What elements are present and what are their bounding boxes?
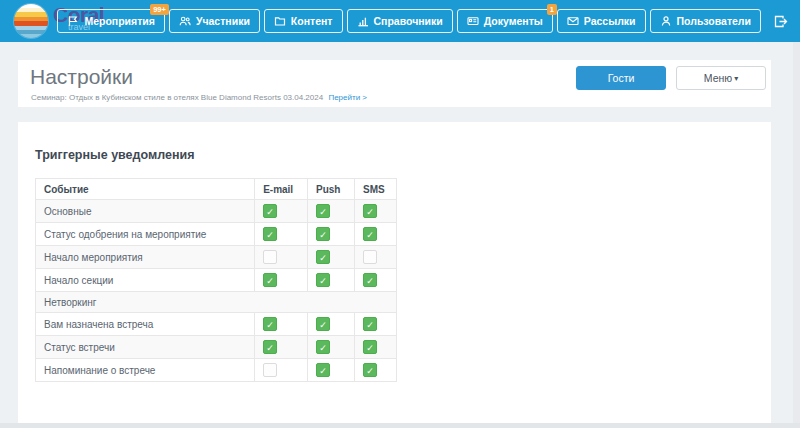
push-checkbox[interactable]: ✓ [316,204,330,218]
notifications-table: СобытиеE-mailPushSMS Основные✓✓✓Статус о… [35,178,397,382]
event-label: Вам назначена встреча [36,313,255,336]
main-nav: Мероприятия99+УчастникиКонтентСправочник… [57,9,788,33]
table-row: Основные✓✓✓ [36,200,397,223]
table-row: Статус одобрения на мероприятие✓✓✓ [36,223,397,246]
event-label: Напоминание о встрече [36,359,255,382]
horizontal-scrollbar[interactable] [0,423,800,428]
email-checkbox[interactable]: ✓ [263,227,277,241]
column-header: SMS [354,179,396,200]
notifications-section-title: Триггерные уведомления [35,148,754,162]
globe-icon [14,4,48,38]
sms-checkbox[interactable]: ✓ [363,363,377,377]
nav-button-content[interactable]: Контент [264,9,343,33]
event-label: Статус встречи [36,336,255,359]
email-checkbox[interactable] [263,250,277,264]
nav-button-label: Рассылки [584,15,636,27]
group-row-label: Нетворкинг [36,292,397,313]
nav-button-mailings[interactable]: Рассылки [557,9,646,33]
email-checkbox[interactable] [263,363,277,377]
sms-checkbox[interactable] [363,250,377,264]
breadcrumb: Семинар: Отдых в Кубинском стиле в отеля… [31,93,367,102]
email-checkbox[interactable]: ✓ [263,340,277,354]
table-row: Начало мероприятия✓ [36,246,397,269]
flag-icon [67,15,79,27]
table-row: Начало секции✓✓✓ [36,269,397,292]
table-row: Напоминание о встрече✓✓ [36,359,397,382]
event-label: Начало секции [36,269,255,292]
id-card-icon [467,15,479,27]
push-checkbox[interactable]: ✓ [316,317,330,331]
sms-checkbox[interactable]: ✓ [363,317,377,331]
menu-button[interactable]: Меню ▾ [676,66,766,90]
push-checkbox[interactable]: ✓ [316,250,330,264]
event-label: Основные [36,200,255,223]
logout-icon[interactable] [773,14,788,29]
push-checkbox[interactable]: ✓ [316,227,330,241]
push-checkbox[interactable]: ✓ [316,363,330,377]
nav-badge: 1 [547,4,557,15]
table-header-row: СобытиеE-mailPushSMS [36,179,397,200]
bar-chart-icon [357,15,369,27]
nav-button-label: Документы [484,15,543,27]
push-checkbox[interactable]: ✓ [316,273,330,287]
column-header: Push [308,179,355,200]
email-checkbox[interactable]: ✓ [263,204,277,218]
folder-icon [274,15,286,27]
column-header: E-mail [255,179,308,200]
chevron-down-icon: ▾ [734,74,738,83]
guests-button[interactable]: Гости [576,66,666,90]
nav-button-documents[interactable]: Документы1 [457,9,553,33]
sms-checkbox[interactable]: ✓ [363,273,377,287]
nav-button-label: Пользователи [677,15,751,27]
nav-badge: 99+ [150,4,169,15]
nav-button-directories[interactable]: Справочники [347,9,453,33]
event-subtitle: Семинар: Отдых в Кубинском стиле в отеля… [31,93,323,102]
table-row: Статус встречи✓✓✓ [36,336,397,359]
column-header: Событие [36,179,255,200]
nav-button-label: Мероприятия [84,15,154,27]
nav-button-label: Справочники [374,15,443,27]
sms-checkbox[interactable]: ✓ [363,340,377,354]
user-icon [660,15,672,27]
page-header-panel: Настройки Семинар: Отдых в Кубинском сти… [18,60,771,107]
nav-button-users[interactable]: Пользователи [650,9,761,33]
nav-button-events[interactable]: Мероприятия99+ [57,9,164,33]
vertical-scrollbar[interactable] [793,42,800,428]
email-checkbox[interactable]: ✓ [263,317,277,331]
settings-content: Триггерные уведомления СобытиеE-mailPush… [18,122,771,428]
envelope-icon [567,15,579,27]
event-label: Начало мероприятия [36,246,255,269]
page-title: Настройки [30,65,133,89]
email-checkbox[interactable]: ✓ [263,273,277,287]
go-to-event-link[interactable]: Перейти > [328,93,367,102]
event-label: Статус одобрения на мероприятие [36,223,255,246]
push-checkbox[interactable]: ✓ [316,340,330,354]
nav-button-label: Контент [291,15,333,27]
app-header: Coral travel Мероприятия99+УчастникиКонт… [0,0,800,42]
nav-button-label: Участники [196,15,250,27]
sms-checkbox[interactable]: ✓ [363,204,377,218]
table-row: Вам назначена встреча✓✓✓ [36,313,397,336]
table-group-row: Нетворкинг [36,292,397,313]
users-icon [179,15,191,27]
sms-checkbox[interactable]: ✓ [363,227,377,241]
nav-button-participants[interactable]: Участники [169,9,260,33]
